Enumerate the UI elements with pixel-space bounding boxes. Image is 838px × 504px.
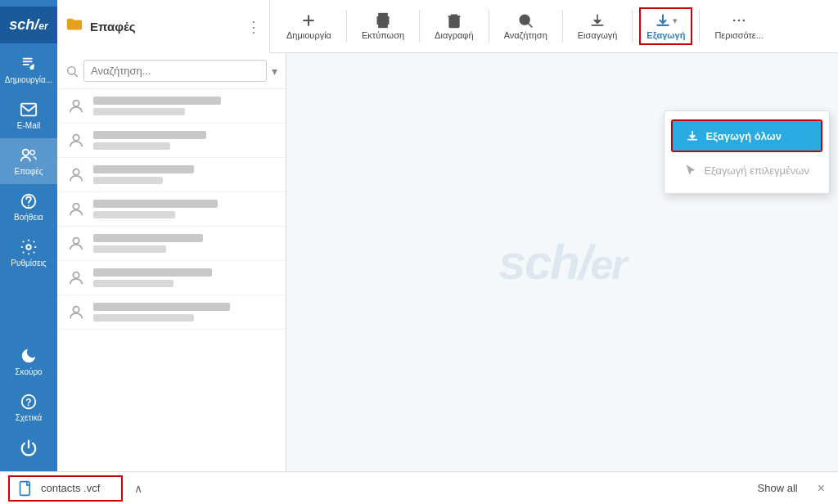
sidebar-label-about: Σχετικά [16,413,43,422]
svg-point-19 [733,20,736,22]
export-all-button[interactable]: Εξαγωγή όλων [671,119,822,152]
contact-name-block [93,268,276,287]
contact-item[interactable] [57,192,286,227]
sidebar-item-create[interactable]: Δημιουργία... [0,47,57,92]
svg-point-5 [30,151,35,155]
contact-name-bar-1 [93,131,206,139]
svg-point-17 [520,15,530,25]
sidebar-item-power[interactable] [0,430,57,465]
svg-rect-12 [379,23,387,28]
svg-rect-3 [21,104,36,116]
svg-point-29 [73,272,79,277]
sidebar-label-help: Βοήθεια [14,213,43,222]
contacts-icon [20,146,38,164]
download-file-item[interactable]: contacts .vcf [8,475,123,502]
email-icon [20,101,38,119]
svg-point-7 [28,205,29,207]
svg-text:?: ? [25,397,31,408]
contact-name-block [93,165,276,184]
main-area: sch/er Δημιουργία... E-Mail Επαφές Βοήθε… [0,0,838,471]
sidebar-label-settings: Ρυθμίσεις [11,259,46,268]
toolbar: Δημιουργία Εκτύπωση Διαγραφή [270,0,780,53]
show-all-button[interactable]: Show all [751,479,804,497]
import-button[interactable]: Εισαγωγή [570,7,626,45]
folder-menu-button[interactable]: ⋮ [246,18,261,36]
contact-name-block [93,303,276,322]
sidebar-item-help[interactable]: Βοήθεια [0,184,57,230]
sidebar-item-about[interactable]: ? Σχετικά [0,385,57,430]
contact-name-bar-1 [93,234,203,242]
contact-name-bar-2 [93,108,185,115]
contact-item[interactable] [57,89,286,124]
svg-point-26 [73,169,79,174]
contact-name-bar-2 [93,142,170,150]
main-split: ▾ [57,53,838,471]
svg-rect-2 [23,64,29,65]
folder-header: Επαφές ⋮ [57,0,270,53]
watermark: sch/er [498,234,625,290]
sidebar-label-create: Δημιουργία... [5,75,52,84]
file-icon [18,480,34,497]
question-icon: ? [20,393,38,411]
contact-item[interactable] [57,295,286,330]
contact-name-block [93,200,276,218]
search-icon [517,12,534,29]
create-label: Δημιουργία [286,30,331,40]
contact-name-bar-2 [93,177,163,184]
sep6 [699,10,700,43]
create-button[interactable]: Δημιουργία [278,7,340,45]
export-label: Εξαγωγή [647,30,685,40]
folder-icon [65,16,83,38]
search-input[interactable] [83,60,267,82]
sep4 [562,10,563,43]
svg-point-21 [743,20,746,22]
contact-name-block [93,97,276,115]
delete-button[interactable]: Διαγραφή [426,7,482,45]
svg-point-13 [380,20,381,21]
search-dropdown-chevron[interactable]: ▾ [272,65,277,78]
expand-chevron[interactable]: ∧ [134,482,142,495]
more-button[interactable]: Περισσότε... [706,7,772,45]
svg-rect-1 [23,61,33,62]
export-btn-inner: ▾ [655,12,678,29]
contact-item[interactable] [57,158,286,192]
svg-line-23 [74,74,78,77]
export-icon [655,12,671,29]
print-icon [375,12,391,29]
trash-icon [446,12,462,29]
logo-text: sch/er [9,16,47,34]
svg-rect-31 [20,481,30,495]
sidebar-label-dark: Σκούρο [15,367,42,376]
sidebar-item-dark[interactable]: Σκούρο [0,339,57,385]
contact-item[interactable] [57,261,286,295]
plus-icon [300,12,317,29]
export-button[interactable]: ▾ Εξαγωγή [639,7,692,45]
contact-item[interactable] [57,227,286,261]
print-label: Εκτύπωση [362,30,404,40]
search-button[interactable]: Αναζήτηση [496,7,556,45]
main-content: sch/er Εξαγωγή όλων Εξαγωγή επιλεγμένων [286,53,838,471]
export-all-label: Εξαγωγή όλων [705,130,782,142]
svg-point-22 [68,66,75,74]
sidebar-item-contacts[interactable]: Επαφές [0,138,57,184]
svg-point-24 [73,100,79,106]
contact-name-bar-1 [93,200,218,208]
svg-point-27 [73,203,79,209]
import-label: Εισαγωγή [578,30,618,40]
contact-name-bar-1 [93,268,212,277]
export-chevron: ▾ [673,16,678,26]
sep1 [346,10,347,43]
contact-panel: ▾ [57,53,286,471]
search-label: Αναζήτηση [504,30,547,40]
contact-item[interactable] [57,124,286,158]
sidebar-label-contacts: Επαφές [15,167,43,176]
export-selected-label: Εξαγωγή επιλεγμένων [704,164,809,177]
more-label: Περισσότε... [714,30,764,40]
sidebar-item-email[interactable]: E-Mail [0,92,57,138]
sidebar: sch/er Δημιουργία... E-Mail Επαφές Βοήθε… [0,0,57,471]
delete-label: Διαγραφή [435,30,474,40]
sidebar-item-settings[interactable]: Ρυθμίσεις [0,230,57,276]
sep3 [489,10,489,43]
print-button[interactable]: Εκτύπωση [354,7,412,45]
close-button[interactable]: × [813,479,830,497]
